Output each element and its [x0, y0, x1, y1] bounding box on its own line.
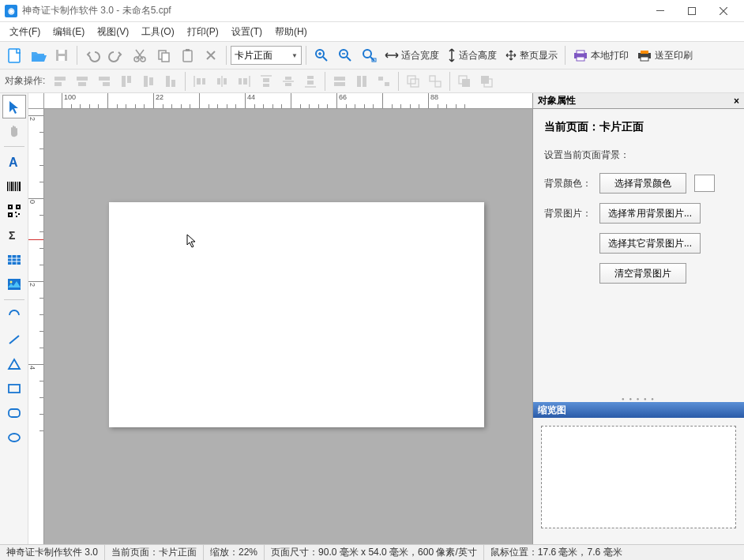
- svg-text:A: A: [9, 156, 18, 169]
- svg-rect-58: [481, 76, 489, 84]
- pan-tool[interactable]: [2, 119, 26, 143]
- card-side-select[interactable]: 卡片正面 ▼: [231, 46, 302, 65]
- svg-rect-23: [54, 82, 62, 86]
- delete-button[interactable]: [200, 44, 222, 66]
- rounded-rect-tool[interactable]: [2, 401, 26, 425]
- paste-button[interactable]: [176, 44, 198, 66]
- svg-point-14: [363, 50, 371, 58]
- select-tool[interactable]: [2, 95, 26, 118]
- image-tool[interactable]: [2, 272, 26, 296]
- card-page[interactable]: [109, 202, 484, 427]
- send-back-button[interactable]: [476, 72, 497, 91]
- menu-tools[interactable]: 工具(O): [135, 24, 180, 40]
- bg-color-swatch[interactable]: [694, 175, 715, 192]
- svg-rect-51: [385, 82, 389, 86]
- align-center-h-button[interactable]: [72, 72, 92, 91]
- svg-rect-82: [9, 409, 20, 417]
- panel-resize-grip[interactable]: ● ● ● ● ●: [533, 396, 744, 402]
- choose-bg-color-button[interactable]: 选择背景颜色: [599, 173, 686, 194]
- text-tool[interactable]: A: [2, 150, 26, 174]
- clear-bg-button[interactable]: 清空背景图片: [599, 263, 686, 284]
- svg-rect-37: [224, 78, 227, 85]
- save-file-button[interactable]: [51, 44, 73, 66]
- menu-edit[interactable]: 编辑(E): [47, 24, 91, 40]
- menu-help[interactable]: 帮助(H): [269, 24, 314, 40]
- svg-rect-52: [408, 76, 415, 84]
- svg-rect-43: [285, 83, 291, 86]
- choose-common-bg-button[interactable]: 选择常用背景图片...: [599, 203, 701, 224]
- ruler-horizontal[interactable]: 10022446688: [44, 93, 532, 109]
- menu-print[interactable]: 打印(P): [181, 24, 225, 40]
- open-file-button[interactable]: [27, 44, 49, 66]
- full-page-button[interactable]: 整页显示: [502, 44, 561, 66]
- svg-rect-27: [103, 82, 110, 86]
- dist-center-v-button[interactable]: [278, 72, 299, 91]
- bring-front-button[interactable]: [454, 72, 475, 91]
- close-button[interactable]: [708, 0, 739, 22]
- zoom-in-button[interactable]: [310, 44, 333, 66]
- app-icon: ◉: [5, 5, 17, 17]
- svg-rect-71: [17, 206, 19, 208]
- zoom-area-button[interactable]: [358, 44, 380, 66]
- thumbnail-preview[interactable]: [541, 426, 736, 528]
- menu-view[interactable]: 视图(V): [91, 24, 135, 40]
- table-tool[interactable]: [2, 248, 26, 272]
- maximize-button[interactable]: [676, 0, 708, 22]
- main-area: A Σ 10022446688 2024 对象属性 ×: [0, 93, 744, 544]
- redo-button[interactable]: [105, 44, 127, 66]
- same-height-button[interactable]: [351, 72, 372, 91]
- svg-rect-73: [9, 214, 11, 216]
- dist-left-button[interactable]: [190, 72, 210, 91]
- align-right-button[interactable]: [94, 72, 115, 91]
- card-side-select-value: 卡片正面: [235, 49, 272, 62]
- cut-button[interactable]: [129, 44, 151, 66]
- svg-rect-31: [149, 77, 153, 85]
- dist-center-h-button[interactable]: [212, 72, 232, 91]
- thumbnail-panel: [533, 418, 744, 544]
- properties-panel-close[interactable]: ×: [734, 96, 739, 107]
- new-file-button[interactable]: [3, 44, 25, 66]
- current-page-heading: 当前页面：卡片正面: [544, 120, 733, 134]
- svg-rect-45: [307, 81, 314, 85]
- svg-rect-55: [435, 81, 441, 87]
- align-left-button[interactable]: [50, 72, 70, 91]
- undo-button[interactable]: [81, 44, 103, 66]
- ellipse-tool[interactable]: [2, 426, 26, 449]
- qrcode-tool[interactable]: [2, 199, 26, 223]
- svg-rect-62: [9, 182, 10, 191]
- menu-file[interactable]: 文件(F): [3, 24, 47, 40]
- svg-rect-24: [77, 77, 88, 81]
- choose-other-bg-button[interactable]: 选择其它背景图片...: [599, 233, 701, 254]
- line-tool[interactable]: [2, 328, 26, 351]
- canvas[interactable]: [44, 109, 532, 544]
- fit-height-button[interactable]: 适合高度: [444, 44, 500, 66]
- svg-rect-20: [641, 51, 648, 54]
- properties-panel-header: 对象属性 ×: [533, 93, 744, 109]
- align-top-button[interactable]: [116, 72, 137, 91]
- dist-bottom-button[interactable]: [300, 72, 321, 91]
- dist-top-button[interactable]: [256, 72, 276, 91]
- ungroup-button[interactable]: [425, 72, 445, 91]
- ellipse-path-tool[interactable]: [2, 303, 26, 327]
- rectangle-tool[interactable]: [2, 377, 26, 400]
- align-middle-button[interactable]: [138, 72, 159, 91]
- local-print-button[interactable]: 本地打印: [569, 44, 632, 66]
- fit-width-button[interactable]: 适合宽度: [381, 44, 442, 66]
- svg-rect-75: [18, 213, 20, 215]
- zoom-out-button[interactable]: [334, 44, 356, 66]
- same-size-button[interactable]: [374, 72, 394, 91]
- svg-rect-11: [186, 49, 190, 51]
- align-bottom-button[interactable]: [160, 72, 181, 91]
- send-print-button[interactable]: 送至印刷: [633, 44, 696, 66]
- barcode-tool[interactable]: [2, 175, 26, 198]
- ruler-vertical[interactable]: 2024: [28, 109, 44, 544]
- dist-right-button[interactable]: [234, 72, 254, 91]
- minimize-button[interactable]: [644, 0, 676, 22]
- group-button[interactable]: [403, 72, 423, 91]
- title-bar: ◉ 神奇证卡制作软件 3.0 - 未命名5.cpf: [0, 0, 744, 22]
- triangle-tool[interactable]: [2, 352, 26, 376]
- formula-tool[interactable]: Σ: [2, 224, 26, 247]
- menu-settings[interactable]: 设置(T): [225, 24, 269, 40]
- copy-button[interactable]: [152, 44, 175, 66]
- same-width-button[interactable]: [329, 72, 350, 91]
